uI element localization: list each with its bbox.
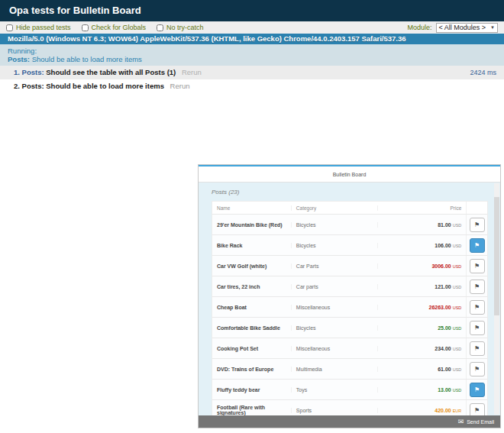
app-footer-bar: ✉ Send Email [199, 415, 500, 428]
price-value: 13.00 [438, 387, 451, 393]
test-module-name: Posts: [22, 68, 44, 76]
flag-icon: ⚑ [474, 345, 480, 352]
no-try-catch-label: No try-catch [166, 24, 204, 31]
post-name: Car tires, 22 inch [212, 284, 291, 289]
post-category: Toys [291, 387, 377, 393]
price-currency: EUR [453, 409, 462, 413]
user-agent-banner: Mozilla/5.0 (Windows NT 6.3; WOW64) Appl… [0, 34, 504, 44]
price-currency: USD [453, 347, 462, 351]
flag-icon: ⚑ [474, 386, 480, 393]
flag-icon: ⚑ [474, 325, 480, 331]
post-name: Car VW Golf (white) [212, 263, 291, 269]
table-row[interactable]: Cheap Boat Miscellaneous 26263.00USD ⚑ [212, 297, 487, 318]
table-row[interactable]: DVD: Trains of Europe Multimedia 61.00US… [212, 359, 487, 380]
post-price: 121.00USD [377, 284, 467, 289]
test-runtime: 2424 ms [470, 69, 496, 76]
table-row[interactable]: Car tires, 22 inch Car parts 121.00USD ⚑ [212, 276, 487, 297]
app-scrollbar[interactable] [494, 183, 499, 415]
post-price: 61.00USD [377, 367, 467, 372]
flag-icon: ⚑ [474, 407, 480, 414]
column-header-category: Category [291, 205, 377, 211]
module-dropdown-value: < All Modules > [439, 24, 486, 32]
price-value: 106.00 [435, 243, 451, 248]
post-category: Car parts [291, 284, 377, 289]
price-currency: USD [453, 244, 462, 248]
flag-button[interactable]: ⚑ [470, 300, 485, 315]
post-name: Cheap Boat [212, 305, 291, 310]
test-item-2[interactable]: 2. Posts: Should be able to load more it… [0, 79, 504, 93]
qunit-toolbar: Hide passed tests Check for Globals No t… [0, 21, 504, 34]
hide-passed-tests-checkbox[interactable] [6, 24, 13, 31]
hide-passed-tests-option[interactable]: Hide passed tests [6, 24, 71, 31]
opa-app-frame: Bulletin Board Posts (23) Name Category … [198, 164, 501, 428]
price-value: 3006.00 [431, 263, 451, 269]
price-value: 25.00 [438, 325, 451, 331]
table-row[interactable]: Fluffy teddy bear Toys 13.00USD ⚑ [212, 380, 487, 400]
post-price: 81.00USD [377, 222, 467, 228]
column-header-price: Price [377, 205, 467, 211]
price-value: 420.00 [435, 408, 451, 413]
test-list: 2424 ms 1. Posts: Should see the table w… [0, 66, 504, 93]
table-row[interactable]: Comfortable Bike Saddle Bicycles 25.00US… [212, 318, 487, 338]
module-dropdown[interactable]: < All Modules > ▼ [436, 23, 499, 33]
rerun-link[interactable]: Rerun [170, 82, 190, 90]
rerun-link[interactable]: Rerun [182, 68, 202, 76]
check-for-globals-checkbox[interactable] [82, 24, 89, 31]
price-currency: USD [453, 223, 462, 228]
test-name: Should see the table with all Posts [46, 68, 165, 76]
post-name: Football (Rare with signatures) [212, 405, 291, 415]
post-category: Multimedia [291, 367, 377, 372]
column-header-name: Name [212, 205, 291, 211]
post-category: Miscellaneous [291, 346, 377, 351]
flag-icon: ⚑ [474, 283, 480, 290]
page-title: Opa tests for Bulletin Board [0, 0, 504, 21]
posts-panel-title: Posts (23) [199, 183, 500, 201]
post-price: 234.00USD [377, 346, 467, 351]
check-for-globals-option[interactable]: Check for Globals [82, 24, 147, 31]
flag-icon: ⚑ [474, 304, 480, 311]
test-result-current: Posts: Should be able to load more items [8, 55, 496, 63]
post-category: Sports [291, 408, 377, 413]
scrollbar-thumb[interactable] [494, 197, 499, 315]
email-icon: ✉ [458, 418, 464, 425]
test-result-banner: Running: Posts: Should be able to load m… [0, 44, 504, 66]
post-name: Comfortable Bike Saddle [212, 325, 291, 331]
post-category: Miscellaneous [291, 305, 377, 310]
price-value: 81.00 [438, 222, 451, 228]
post-category: Bicycles [291, 222, 377, 228]
flag-icon: ⚑ [474, 366, 480, 373]
flag-button[interactable]: ⚑ [470, 218, 485, 232]
table-row[interactable]: Bike Rack Bicycles 106.00USD ⚑ [212, 235, 487, 256]
test-item-1[interactable]: 2424 ms 1. Posts: Should see the table w… [0, 66, 504, 79]
post-name: Fluffy teddy bear [212, 387, 291, 393]
no-try-catch-checkbox[interactable] [157, 24, 163, 31]
flag-button[interactable]: ⚑ [470, 280, 485, 294]
flag-button[interactable]: ⚑ [470, 341, 485, 356]
flag-icon: ⚑ [474, 263, 480, 270]
price-value: 61.00 [438, 367, 451, 372]
table-row[interactable]: 29'er Mountain Bike (Red) Bicycles 81.00… [212, 215, 487, 235]
price-value: 234.00 [435, 346, 451, 351]
price-value: 26263.00 [428, 305, 451, 310]
table-row[interactable]: Cooking Pot Set Miscellaneous 234.00USD … [212, 338, 487, 359]
post-price: 13.00USD [377, 387, 467, 393]
table-row[interactable]: Car VW Golf (white) Car Parts 3006.00USD… [212, 256, 487, 276]
flag-button[interactable]: ⚑ [470, 238, 485, 253]
hide-passed-tests-label: Hide passed tests [16, 24, 71, 31]
dropdown-arrow-icon: ▼ [490, 24, 495, 32]
post-category: Bicycles [291, 325, 377, 331]
no-try-catch-option[interactable]: No try-catch [157, 24, 204, 31]
flag-button[interactable]: ⚑ [470, 259, 485, 273]
flag-icon: ⚑ [474, 242, 480, 249]
app-title: Bulletin Board [199, 166, 500, 183]
flag-button[interactable]: ⚑ [470, 383, 485, 397]
flag-button[interactable]: ⚑ [470, 321, 485, 335]
flag-button[interactable]: ⚑ [470, 362, 485, 376]
post-price: 3006.00USD [377, 263, 467, 269]
send-email-button[interactable]: Send Email [467, 419, 494, 425]
assertion-count: (1) [167, 68, 176, 76]
post-price: 106.00USD [377, 243, 467, 248]
price-currency: USD [453, 264, 462, 269]
test-number: 1. [14, 68, 20, 76]
post-name: Cooking Pot Set [212, 346, 291, 351]
